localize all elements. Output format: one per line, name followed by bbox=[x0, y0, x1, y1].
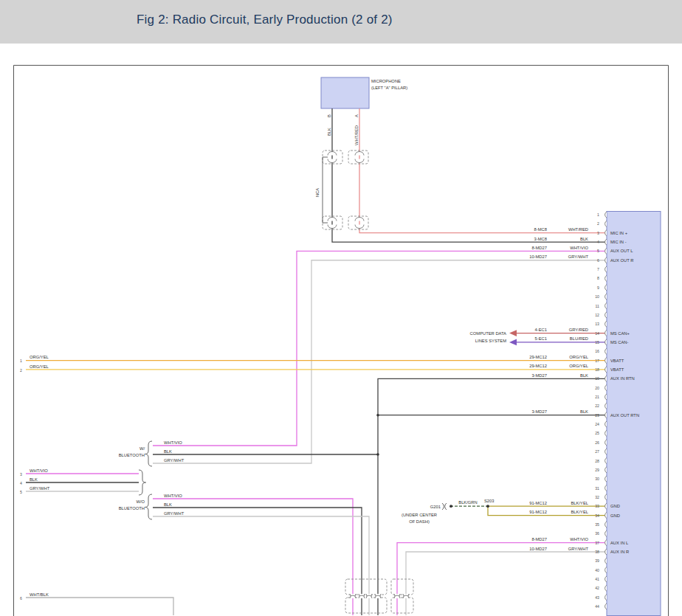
pin-cavity-arc bbox=[605, 603, 607, 609]
bottom-connector-box bbox=[345, 579, 387, 595]
circuit-number-label: 8-MD27 bbox=[531, 246, 547, 250]
pin-number: 43 bbox=[595, 595, 599, 600]
junctions bbox=[376, 414, 489, 508]
labels: MICROPHONE (LEFT "A" PILLAR) B BLK A WHT… bbox=[20, 79, 506, 601]
pin-function-label: AUX OUT L bbox=[610, 249, 633, 253]
symbols bbox=[139, 157, 447, 519]
circuit-number-label: 4-EC1 bbox=[535, 328, 547, 332]
pin-cavity-arc bbox=[605, 321, 607, 327]
bottom-connector-box bbox=[391, 598, 413, 613]
pin-function-label: MIC IN + bbox=[610, 231, 628, 235]
pin-number: 40 bbox=[595, 568, 599, 572]
pin-number: 34 bbox=[595, 513, 599, 518]
pin-function-label: VBATT bbox=[610, 367, 624, 372]
figure-title: Fig 2: Radio Circuit, Early Production (… bbox=[137, 13, 393, 27]
circuit-number-label: 3-MC8 bbox=[534, 237, 547, 241]
pin-number: 19 bbox=[595, 376, 599, 381]
pin-function-label: GND bbox=[610, 513, 620, 518]
inline-connector-arc bbox=[328, 225, 337, 229]
pin-cavity-arc bbox=[605, 485, 607, 491]
pin-cavity-arc bbox=[605, 257, 607, 263]
pin-number: 21 bbox=[595, 395, 599, 399]
left-arrow-icon bbox=[509, 339, 517, 346]
inline-connector-arc bbox=[328, 152, 337, 156]
pin-number: 10 bbox=[595, 294, 599, 299]
without-bt-label-1: W/O bbox=[136, 499, 145, 504]
stub-label: ORG/YEL bbox=[30, 364, 49, 369]
pin-number: 28 bbox=[595, 459, 599, 463]
pin-number: 17 bbox=[595, 359, 599, 363]
pin-number: 4 bbox=[597, 240, 599, 244]
pin-cavity-arc bbox=[605, 367, 607, 373]
pin-cavity-arc bbox=[605, 595, 607, 601]
wire-color-label: GRY/RED bbox=[569, 328, 588, 332]
pin-number: 9 bbox=[597, 285, 599, 290]
pin-number: 25 bbox=[595, 431, 599, 435]
pin-number: 37 bbox=[595, 541, 599, 545]
pin-number: 44 bbox=[595, 604, 599, 609]
circuit-number-label: 10-MD27 bbox=[529, 547, 547, 551]
pin-cavity-arc bbox=[605, 558, 607, 564]
bottom-connector-box bbox=[345, 598, 387, 613]
pin-cavity-arc bbox=[605, 339, 607, 345]
pin-number: 8 bbox=[597, 276, 599, 280]
pin-function-label: AUX OUT RTN bbox=[610, 413, 639, 418]
wire-gnd-2 bbox=[488, 506, 607, 515]
wires bbox=[26, 108, 607, 615]
junction-dot bbox=[376, 453, 379, 456]
wbt-wire-label-3: GRY/WHT bbox=[164, 458, 185, 463]
circuit-number-label: 10-MD27 bbox=[529, 255, 547, 259]
pin-cavity-arc bbox=[605, 522, 607, 527]
pin-cavity-arc bbox=[605, 248, 607, 254]
pin-cavity-arc bbox=[605, 303, 607, 309]
pin-number: 27 bbox=[595, 449, 599, 454]
stub-number: 5 bbox=[20, 490, 22, 494]
inline-connector-arc bbox=[328, 218, 337, 221]
offpage-arrows bbox=[509, 330, 517, 345]
wobt-wire-label-2: BLK bbox=[164, 502, 172, 507]
pin-number: 41 bbox=[595, 577, 599, 581]
pin-number: 3 bbox=[597, 231, 599, 235]
circuit-number-label: 5-EC1 bbox=[535, 336, 547, 341]
without-bt-label-2: BLUETOOTH bbox=[119, 506, 145, 511]
mic-wire-whtred-label: WHT/RED bbox=[354, 125, 359, 145]
wire-color-label: WHT/VIO bbox=[570, 246, 588, 250]
stub-label: ORG/YEL bbox=[30, 355, 49, 359]
pin-cavity-arc bbox=[605, 449, 607, 454]
wbt-wire-label-2: BLK bbox=[164, 449, 172, 454]
computer-data-label-2: LINES SYSTEM bbox=[475, 339, 506, 343]
pin-number: 30 bbox=[595, 477, 599, 481]
pin-cavity-arc bbox=[605, 585, 607, 591]
pin-number: 6 bbox=[597, 258, 599, 263]
with-bt-brace bbox=[145, 441, 153, 466]
wire-color-label: BLK bbox=[580, 373, 588, 378]
pin-number: 32 bbox=[595, 495, 599, 499]
wire-color-label: BLU/RED bbox=[570, 336, 588, 341]
stub-label: BLK bbox=[30, 477, 38, 482]
nca-bracket bbox=[323, 157, 328, 223]
wobt-wire-label-3: GRY/WHT bbox=[164, 511, 185, 516]
wire-stub-6 bbox=[26, 598, 173, 615]
g201-connector-arc bbox=[445, 503, 447, 510]
pin-cavity-arc bbox=[605, 576, 607, 582]
inline-connector-arc bbox=[355, 159, 364, 163]
pin-function-label: AUX OUT R bbox=[610, 258, 633, 263]
wire-mic-blk bbox=[332, 108, 607, 242]
pin-number: 20 bbox=[595, 386, 599, 390]
wire-color-label: BLK bbox=[580, 237, 588, 241]
figure-header: Fig 2: Radio Circuit, Early Production (… bbox=[0, 0, 682, 44]
pin-cavity-arc bbox=[605, 275, 607, 281]
without-bt-brace bbox=[145, 494, 153, 519]
wire-aux-in-l bbox=[397, 543, 607, 615]
wire-color-label: WHT/RED bbox=[568, 227, 588, 232]
microphone-location-label: (LEFT "A" PILLAR) bbox=[371, 86, 407, 90]
pin-cavity-arc bbox=[605, 266, 607, 272]
pin-cavity-arc bbox=[605, 513, 607, 519]
pin-cavity-arc bbox=[605, 549, 607, 555]
s203-label: S203 bbox=[484, 499, 495, 503]
pin-cavity-arc bbox=[605, 412, 607, 418]
pin-cavity-arc bbox=[605, 376, 607, 381]
pin-cavity-arc bbox=[605, 358, 607, 364]
pin-number: 16 bbox=[595, 349, 599, 353]
wire-aux-out-r bbox=[153, 260, 607, 463]
